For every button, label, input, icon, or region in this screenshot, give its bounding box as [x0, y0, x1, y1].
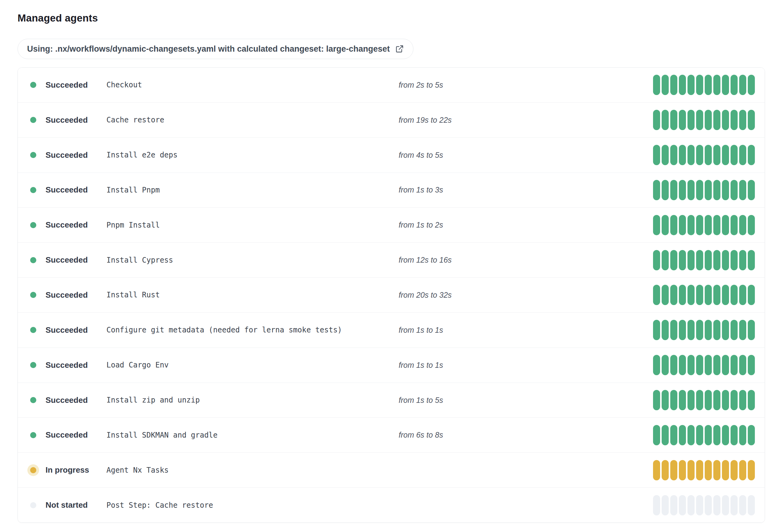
usage-bar [679, 320, 686, 340]
agent-step-row[interactable]: Not started Post Step: Cache restore [18, 488, 765, 522]
status-label: In progress [45, 465, 89, 475]
status-cell: Succeeded [18, 185, 106, 195]
status-label: Succeeded [45, 255, 88, 265]
duration-range: from 19s to 22s [399, 116, 452, 124]
status-dot [30, 152, 36, 158]
usage-bar [696, 425, 703, 445]
usage-bar [739, 355, 746, 375]
usage-bar [653, 320, 660, 340]
status-dot [30, 397, 36, 403]
status-label: Succeeded [45, 361, 88, 370]
usage-bar [705, 110, 712, 130]
usage-bar [731, 495, 738, 515]
duration-range: from 1s to 3s [399, 185, 443, 194]
agent-usage-bars [653, 75, 765, 95]
status-label: Succeeded [45, 430, 88, 440]
usage-bar [670, 145, 677, 165]
usage-bar [662, 75, 669, 95]
agent-step-row[interactable]: Succeeded Pnpm Install from 1s to 2s [18, 207, 765, 242]
usage-bar [748, 145, 755, 165]
task-name: Install SDKMAN and gradle [106, 431, 217, 439]
agent-usage-bars [653, 425, 765, 445]
usage-bar [687, 460, 694, 480]
status-label: Succeeded [45, 150, 88, 160]
agent-step-row[interactable]: Succeeded Install Pnpm from 1s to 3s [18, 172, 765, 208]
usage-bar [687, 110, 694, 130]
usage-bar [731, 110, 738, 130]
task-name: Post Step: Cache restore [106, 501, 213, 510]
usage-bar [696, 180, 703, 200]
status-cell: Succeeded [18, 255, 106, 265]
agent-usage-bars [653, 285, 765, 305]
agent-step-row[interactable]: Succeeded Configure git metadata (needed… [18, 312, 765, 348]
agent-step-row[interactable]: Succeeded Install Cypress from 12s to 16… [18, 242, 765, 277]
usage-bar [662, 285, 669, 305]
usage-bar [705, 145, 712, 165]
task-name: Install Rust [106, 291, 159, 299]
agent-step-row[interactable]: Succeeded Install Rust from 20s to 32s [18, 277, 765, 312]
task-name: Agent Nx Tasks [106, 466, 169, 475]
status-cell: Succeeded [18, 361, 106, 370]
usage-bar [679, 495, 686, 515]
usage-bar [670, 390, 677, 410]
agent-step-row[interactable]: In progress Agent Nx Tasks [18, 452, 765, 488]
usage-bar [662, 180, 669, 200]
agent-usage-bars [653, 495, 765, 515]
usage-bar [696, 355, 703, 375]
usage-bar [662, 460, 669, 480]
agent-step-row[interactable]: Succeeded Checkout from 2s to 5s [18, 68, 765, 102]
task-cell: Configure git metadata (needed for lerna… [106, 326, 399, 334]
agent-step-row[interactable]: Succeeded Cache restore from 19s to 22s [18, 102, 765, 137]
usage-bar [670, 355, 677, 375]
usage-bar [679, 75, 686, 95]
usage-bar [748, 110, 755, 130]
workflow-config-link[interactable]: Using: .nx/workflows/dynamic-changesets.… [17, 39, 414, 59]
usage-bar [722, 320, 729, 340]
usage-bar [670, 250, 677, 270]
usage-bar [662, 355, 669, 375]
usage-bar [670, 180, 677, 200]
agent-step-row[interactable]: Succeeded Install zip and unzip from 1s … [18, 383, 765, 418]
usage-bar [713, 215, 720, 235]
agent-step-row[interactable]: Succeeded Load Cargo Env from 1s to 1s [18, 348, 765, 383]
task-cell: Checkout [106, 81, 399, 89]
usage-bar [722, 355, 729, 375]
usage-bar [722, 180, 729, 200]
task-name: Install Cypress [106, 256, 173, 264]
agent-usage-bars [653, 110, 765, 130]
usage-bar [653, 250, 660, 270]
task-name: Configure git metadata (needed for lerna… [106, 326, 342, 334]
status-cell: Not started [18, 500, 106, 510]
task-cell: Install Rust [106, 291, 399, 299]
usage-bar [696, 495, 703, 515]
usage-bar [687, 75, 694, 95]
usage-bar [731, 75, 738, 95]
usage-bar [748, 180, 755, 200]
status-label: Succeeded [45, 185, 88, 195]
task-cell: Install e2e deps [106, 151, 399, 159]
usage-bar [748, 250, 755, 270]
usage-bar [687, 355, 694, 375]
usage-bar [687, 180, 694, 200]
task-cell: Pnpm Install [106, 221, 399, 229]
usage-bar [679, 180, 686, 200]
status-dot [30, 502, 36, 508]
usage-bar [739, 460, 746, 480]
duration-range: from 1s to 2s [399, 221, 443, 229]
workflow-config-text: Using: .nx/workflows/dynamic-changesets.… [27, 44, 390, 54]
agent-step-row[interactable]: Succeeded Install e2e deps from 4s to 5s [18, 137, 765, 172]
usage-bar [670, 285, 677, 305]
usage-bar [653, 460, 660, 480]
usage-bar [687, 285, 694, 305]
usage-bar [696, 215, 703, 235]
duration-range: from 1s to 1s [399, 361, 443, 369]
status-cell: Succeeded [18, 150, 106, 160]
task-cell: Install Cypress [106, 256, 399, 264]
usage-bar [748, 215, 755, 235]
usage-bar [670, 110, 677, 130]
status-cell: Succeeded [18, 290, 106, 300]
agent-step-row[interactable]: Succeeded Install SDKMAN and gradle from… [18, 417, 765, 452]
usage-bar [670, 425, 677, 445]
usage-bar [653, 75, 660, 95]
agent-usage-bars [653, 145, 765, 165]
